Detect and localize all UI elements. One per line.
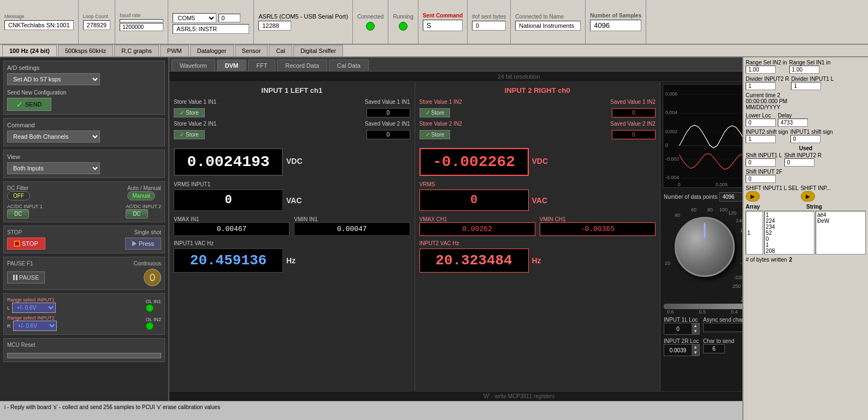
input2-main-display: -0.002262 [420,148,529,176]
input2r-loc-input[interactable] [664,345,692,356]
input1l-loc-up[interactable]: ▲ [692,323,699,329]
acdcin1-button[interactable]: DC [7,209,29,218]
svg-text:0.004: 0.004 [665,110,677,115]
input2-vac-label: VAC [532,196,548,205]
tab-rc-graphs[interactable]: R,C graphs [114,45,159,56]
tab-record-data[interactable]: Record Data [277,60,327,71]
range-in2-label: Range select INPUT2 [7,315,57,321]
shift-in1-label: Shift INPUT1 L [746,152,782,158]
dc-filter-toggle[interactable]: OFF [7,191,30,200]
store2-check-icon: ✓ [180,132,184,138]
input1-vmin-col: VMIN IN1 0.00047 [294,216,410,236]
continuous-button[interactable] [144,269,161,286]
input1-saved1-input[interactable] [367,108,410,117]
scale-40: 40 [675,212,680,218]
tab-digital-sniffer[interactable]: Digital Sniffer [293,45,343,56]
input2-saved2-input[interactable] [612,130,656,139]
tab-cal[interactable]: Cal [269,45,292,56]
input2-shift-input[interactable] [746,135,776,143]
range-sel-in1-input[interactable] [789,66,819,74]
input1l-loc-input[interactable] [664,323,692,334]
knob-container[interactable]: 60 40 80 100 120 140 160 180 -200 -220 2… [664,206,751,293]
auto-manual-toggle[interactable]: Manual [127,191,155,200]
pause-icon [13,275,17,280]
input1-store2-label: Store Value 2 IN1 [174,121,216,127]
send-button[interactable]: ✓ SEND [7,98,51,111]
input1-hz-row: 20.459136 Hz [174,246,410,275]
array-string-row: 1 224 234 52 0 1 208 235 87 àè4 ÐeW [746,211,866,255]
input1-shift-input[interactable] [790,135,820,143]
mcu-reset-button[interactable] [7,353,161,358]
knob-dial[interactable] [675,217,735,277]
input2r-loc-down[interactable]: ▼ [692,350,699,356]
pause-button[interactable]: PAUSE [7,271,45,283]
acdcin2-button[interactable]: DC [126,209,147,218]
pause-section: PAUSE F1 Continuous PAUSE [3,257,165,290]
message-label: Message [4,14,74,19]
stop-button[interactable]: STOP [7,238,45,250]
tab-cal-data[interactable]: Cal Data [329,60,369,71]
shift-in2-sel-label: SHIFT INP... [801,185,831,191]
bytes-row: # of bytes written 2 [746,257,866,263]
view-label: View [7,153,161,160]
shift-in2f-input[interactable] [746,175,776,183]
tab-waveform[interactable]: Waveform [172,60,215,71]
scale-80: 80 [707,207,713,212]
input2-store2-button[interactable]: ✓ Store [420,130,451,139]
tab-fft[interactable]: FFT [248,60,275,71]
num-samples-value: 4096 [590,20,641,31]
input1-shift-section: INPUT1 shift sign [790,129,833,143]
command-dropdown[interactable]: Read Both Channels [7,131,100,143]
ol-in2-label: OL IN2 [146,317,161,322]
press-button[interactable]: Press [125,238,161,250]
divider-in1-input[interactable] [791,82,821,90]
set-ad-dropdown[interactable]: Set AD to 57 ksps [7,73,100,85]
tab-sensor[interactable]: Sensor [235,45,268,56]
shift-in2-input[interactable] [784,158,814,167]
input1l-loc-label: INPUT 1L Loc [664,317,700,323]
com-port-section[interactable]: COM5 ASRL5::INSTR [168,0,254,44]
input2-saved1-input[interactable] [612,108,656,117]
input1l-loc-control: ▲ ▼ [664,323,700,335]
shift-in2-sel-button[interactable]: ▶ [801,191,815,202]
input1-title: INPUT 1 LEFT ch1 [174,86,410,94]
com-port-select[interactable]: COM5 [173,13,216,23]
tab-500ksps[interactable]: 500ksps 60kHz [58,45,113,56]
tab-pwm[interactable]: PWM [160,45,189,56]
tab-100hz[interactable]: 100 Hz (24 bit) [2,45,57,56]
input1-vac-label: VAC [286,196,302,205]
input1-store1-controls: ✓ Store [174,108,410,117]
range-in1-label: Range select INPUT1 [7,297,56,303]
input1l-loc-down[interactable]: ▼ [692,329,699,334]
input2-store1-button[interactable]: ✓ Store [420,108,451,117]
tab-dvm[interactable]: DVM [217,60,246,71]
input1-saved2-input[interactable] [367,130,410,139]
range-sel-in2-input[interactable] [746,66,776,74]
input1-store1-button[interactable]: ✓ Store [174,108,205,117]
view-dropdown[interactable]: Both Inputs [7,162,100,174]
divider-in2-input[interactable] [746,82,776,90]
send-check-icon: ✓ [16,100,23,109]
range-in2-select[interactable]: +/- 0.6V [13,321,57,331]
array-index-input[interactable] [746,211,763,255]
async-input[interactable] [703,323,747,332]
delay-input[interactable] [778,119,808,127]
input2-hz-unit: Hz [532,256,541,265]
input2r-loc-up[interactable]: ▲ [692,345,699,350]
stop-icon [14,241,20,246]
loop-count-section: Loop Count 278929 [79,0,116,44]
tab-datalogger[interactable]: Datalogger [190,45,234,56]
input1-store2-button[interactable]: ✓ Store [174,130,205,139]
input2-vmin-col: VMIN CH1 -0.00365 [540,216,656,236]
input2-vmax-display: 0.00262 [420,222,535,236]
range-in1-select[interactable]: +/- 0.6V [12,303,56,313]
nav-tabs: 100 Hz (24 bit) 500ksps 60kHz R,C graphs… [0,45,868,57]
char-send-input[interactable] [703,344,725,353]
input1-vmax-label: VMAX IN1 [174,216,290,222]
baud-rate-value[interactable] [120,19,163,22]
shift-in1-sel-button[interactable]: ▶ [746,191,760,202]
input1-saved2-label: Saved Value 2 IN1 [365,121,410,127]
lower-loc-input[interactable] [746,119,776,127]
com-num-input[interactable] [219,14,240,22]
shift-in1-input[interactable] [746,158,776,167]
